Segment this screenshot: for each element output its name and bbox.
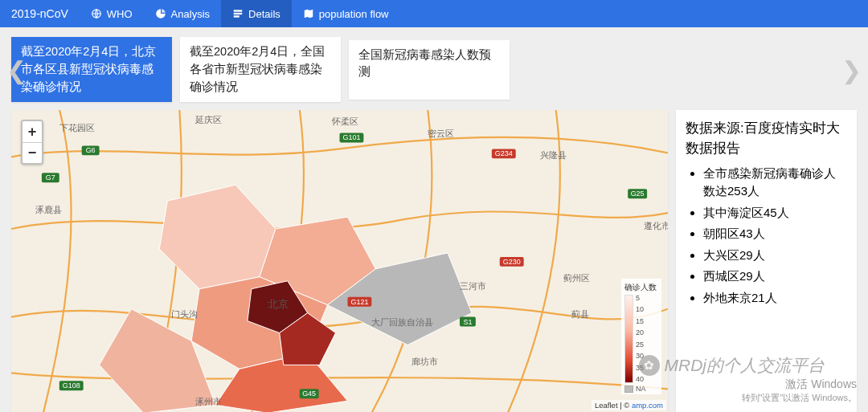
place-label: 蓟县 [571,309,589,319]
carousel-next-button[interactable]: ❯ [837,51,866,88]
place-label: 三河市 [460,281,486,291]
svg-rect-1 [234,10,243,11]
legend-na-label: NA [636,385,646,393]
choropleth-map[interactable]: G6 G7 G101 G234 G25 G121 G230 S1 G108 G4… [11,110,668,412]
nav-item-label: population flow [319,8,389,20]
carousel: ❮ 截至2020年2月4日，北京市各区县新型冠状病毒感染确诊情况 截至2020年… [11,37,857,102]
place-label: 延庆区 [194,116,222,125]
place-label: 怀柔区 [331,117,358,127]
place-label: 门头沟 [171,309,198,319]
map-attribution: Leaflet | © amp.com [592,400,666,410]
place-label: 蓟州区 [563,273,590,283]
road-shield: S1 [460,317,476,327]
carousel-tile[interactable]: 全国新冠病毒感染人数预测 [349,40,510,100]
road-shield: G7 [42,173,59,183]
legend-tick: 5 [636,295,644,302]
carousel-tile[interactable]: 截至2020年2月4日，北京市各区县新型冠状病毒感染确诊情况 [11,37,172,102]
nav-item-who[interactable]: WHO [80,0,144,27]
zoom-out-button[interactable]: − [23,142,42,163]
legend-tick: 15 [636,318,644,325]
windows-activation-line2: 转到"设置"以激活 Windows。 [742,392,858,404]
wechat-icon: ✿ [639,355,660,376]
map-legend: 确诊人数 5 10 15 20 25 30 35 40 NA [621,279,661,394]
nav-item-label: Details [248,8,280,20]
legend-tick: 25 [636,341,644,349]
road-shield: G108 [59,381,84,391]
list-item: 全市感染新冠病毒确诊人数达253人 [703,165,847,201]
list-item: 朝阳区43人 [703,225,847,243]
carousel-prev-button[interactable]: ❮ [2,51,31,88]
road-shield: G230 [500,257,524,267]
place-label: 遵化市 [644,221,668,230]
legend-tick: 40 [636,376,644,383]
svg-rect-2 [234,13,243,14]
svg-text:G45: G45 [302,390,316,398]
pie-icon [155,8,166,19]
legend-na-swatch [624,385,633,393]
svg-text:G230: G230 [503,258,521,266]
nav-item-details[interactable]: Details [221,0,292,27]
road-shield: G234 [492,149,516,159]
place-label: 兴隆县 [540,151,567,161]
svg-text:G121: G121 [350,298,368,306]
sidebar-list: 全市感染新冠病毒确诊人数达253人 其中海淀区45人 朝阳区43人 大兴区29人… [686,165,847,308]
svg-rect-3 [234,15,240,17]
map-icon [303,8,314,19]
nav-item-label: Analysis [171,8,210,20]
svg-text:G6: G6 [86,147,96,155]
road-shield: G45 [300,390,319,399]
road-shield: G25 [628,189,647,198]
windows-activation-watermark: 激活 Windows 转到"设置"以激活 Windows。 [742,377,858,404]
svg-text:S1: S1 [463,318,472,326]
legend-tick: 20 [636,329,644,337]
wechat-watermark: ✿ MRDj的个人交流平台 [639,354,825,377]
attribution-leaflet[interactable]: Leaflet [595,401,618,410]
place-label: 大厂回族自治县 [371,317,433,327]
app-brand: 2019-nCoV [0,7,80,20]
nav-item-label: WHO [107,8,133,20]
windows-activation-line1: 激活 Windows [742,377,858,392]
svg-text:G101: G101 [342,134,360,142]
place-label: 涿州市 [195,397,222,406]
attribution-link[interactable]: amp.com [632,401,663,410]
legend-title: 确诊人数 [624,282,658,293]
list-item: 其中海淀区45人 [703,204,847,222]
svg-text:G25: G25 [631,190,645,198]
details-icon [232,8,244,19]
svg-text:G234: G234 [495,150,513,158]
zoom-control: + − [21,120,43,165]
place-label: 密云区 [428,129,454,139]
navbar: 2019-nCoV WHO Analysis Details populatio… [0,0,868,27]
place-label: 下花园区 [59,124,95,133]
place-label: 北京 [268,298,289,310]
place-label: 廊坊市 [411,357,438,367]
nav-item-population-flow[interactable]: population flow [292,0,400,27]
zoom-in-button[interactable]: + [23,121,42,142]
legend-color-bar [624,295,633,383]
road-shield: G6 [82,146,100,156]
list-item: 西城区29人 [703,267,847,286]
sidebar-title: 数据来源:百度疫情实时大数据报告 [686,118,847,158]
map-panel[interactable]: G6 G7 G101 G234 G25 G121 G230 S1 G108 G4… [11,110,668,412]
watermark-text: MRDj的个人交流平台 [665,354,825,377]
svg-text:G7: G7 [46,173,55,182]
road-shield: G101 [340,133,364,143]
list-item: 大兴区29人 [703,247,847,265]
svg-text:G108: G108 [63,382,80,390]
nav-item-analysis[interactable]: Analysis [144,0,221,27]
place-label: 涿鹿县 [35,205,62,214]
list-item: 外地来京21人 [703,289,847,308]
road-shield: G121 [347,297,371,307]
carousel-tile[interactable]: 截至2020年2月4日，全国各省市新型冠状病毒感染确诊情况 [180,37,341,102]
globe-icon [91,8,102,19]
legend-tick: 10 [636,306,644,313]
